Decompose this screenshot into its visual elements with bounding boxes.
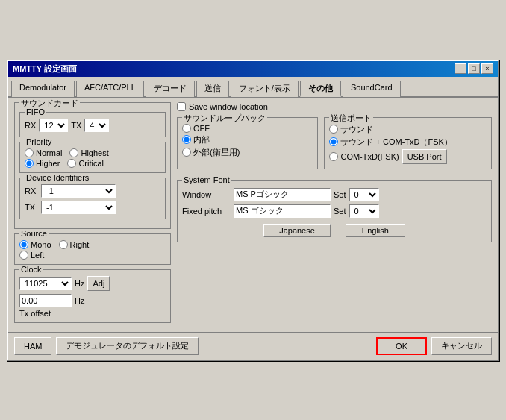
tx-sound-com-item[interactable]: サウンド + COM-TxD（FSK）	[329, 137, 452, 148]
source-right-label: Right	[70, 240, 90, 249]
tx-com-fsk-item[interactable]: COM-TxD(FSK)	[329, 152, 399, 161]
english-button[interactable]: English	[346, 224, 405, 237]
japanese-button[interactable]: Japanese	[263, 224, 331, 237]
fixed-set-select[interactable]: 012	[349, 204, 379, 218]
tx-offset-label: Tx offset	[19, 309, 166, 318]
window-set-select[interactable]: 012	[349, 188, 379, 201]
tab-demodulator[interactable]: Demodulator	[11, 81, 75, 97]
source-row2: Left	[19, 251, 166, 260]
tx-com-fsk-radio[interactable]	[329, 152, 338, 161]
priority-group: Priority Normal Highest	[19, 142, 166, 173]
window-font-row: Window Set 012	[182, 188, 487, 201]
tx-port-options: サウンド サウンド + COM-TxD（FSK） COM-TxD(FSK)	[329, 124, 487, 164]
sound-external-label: 外部(衛星用)	[193, 147, 240, 158]
sound-loop-options: OFF 内部 外部(衛星用)	[182, 124, 313, 158]
rx-label: RX	[25, 121, 36, 130]
device-rx-select[interactable]: -101	[41, 184, 116, 198]
priority-higher-label: Higher	[36, 159, 60, 168]
clock-row1: 110252205044100 Hz Adj	[19, 276, 166, 291]
tx-sound-radio[interactable]	[329, 125, 338, 134]
device-rx-label: RX	[25, 187, 38, 195]
right-column: Save window location サウンドループバック OFF 内部	[177, 102, 492, 327]
device-tx-label: TX	[25, 203, 38, 212]
priority-critical-radio[interactable]	[67, 159, 76, 168]
sound-off-label: OFF	[193, 124, 210, 133]
ham-button[interactable]: HAM	[14, 337, 51, 355]
priority-highest-label: Highest	[81, 148, 108, 157]
reset-button[interactable]: デモジュレータのデフォルト設定	[56, 337, 199, 355]
clock-offset-input[interactable]	[19, 294, 72, 307]
source-left-radio[interactable]	[19, 251, 28, 260]
device-tx-row: TX -101	[25, 201, 160, 214]
sound-loop-group: サウンドループバック OFF 内部 外部(衛星用)	[177, 117, 318, 169]
tab-font[interactable]: フォント/表示	[231, 81, 299, 97]
tab-afc[interactable]: AFC/ATC/PLL	[76, 81, 144, 97]
usb-port-button[interactable]: USB Port	[402, 149, 447, 164]
tab-decode[interactable]: デコード	[146, 81, 195, 97]
lang-buttons: Japanese English	[182, 224, 487, 237]
clock-label: Clock	[19, 265, 43, 274]
minimize-button[interactable]: _	[455, 63, 466, 74]
priority-label: Priority	[25, 137, 53, 146]
priority-higher-item[interactable]: Higher	[25, 159, 60, 168]
sound-loop-label: サウンドループバック	[182, 113, 267, 124]
priority-higher-radio[interactable]	[25, 159, 34, 168]
tx-sound-label: サウンド	[340, 124, 373, 135]
source-right-radio[interactable]	[59, 240, 68, 249]
tx-sound-com-radio[interactable]	[329, 137, 338, 146]
source-left-item[interactable]: Left	[19, 251, 44, 260]
tab-soundcard[interactable]: SoundCard	[343, 81, 401, 97]
tx-port-label: 送信ポート	[329, 113, 373, 124]
rx-select[interactable]: 128164	[39, 119, 68, 132]
priority-highest-radio[interactable]	[69, 148, 78, 157]
clock-hz-select[interactable]: 110252205044100	[19, 277, 72, 290]
priority-normal-label: Normal	[36, 148, 62, 157]
maximize-button[interactable]: □	[468, 63, 480, 74]
save-window-label: Save window location	[189, 102, 268, 111]
tx-select[interactable]: 4268	[84, 119, 109, 132]
tx-com-fsk-row: COM-TxD(FSK) USB Port	[329, 149, 487, 164]
right-groups: サウンドループバック OFF 内部 外部(衛星用)	[177, 117, 492, 174]
adj-button[interactable]: Adj	[87, 276, 110, 291]
ok-button[interactable]: OK	[376, 337, 427, 355]
device-label: Device Identifiers	[25, 173, 90, 182]
priority-critical-label: Critical	[78, 159, 104, 168]
priority-critical-item[interactable]: Critical	[67, 159, 104, 168]
fifo-group: FIFO RX 128164 TX 4268	[19, 112, 166, 137]
save-row: Save window location	[177, 102, 492, 111]
sound-off-radio[interactable]	[182, 124, 191, 133]
bottom-bar: HAM デモジュレータのデフォルト設定 OK キャンセル	[8, 332, 498, 360]
close-button[interactable]: ×	[481, 63, 493, 74]
save-window-checkbox[interactable]	[177, 102, 186, 111]
tx-sound-item[interactable]: サウンド	[329, 124, 487, 135]
main-window: MMTTY 設定画面 _ □ × Demodulator AFC/ATC/PLL…	[7, 60, 499, 361]
tab-other[interactable]: その他	[300, 81, 341, 97]
title-bar: MMTTY 設定画面 _ □ ×	[8, 61, 498, 77]
left-column: サウンドカード FIFO RX 128164 TX 4268	[14, 102, 171, 327]
priority-highest-item[interactable]: Highest	[69, 148, 108, 157]
priority-row1: Normal Highest	[25, 148, 160, 157]
window-font-input[interactable]	[234, 188, 331, 201]
tab-send[interactable]: 送信	[196, 81, 229, 97]
priority-normal-item[interactable]: Normal	[25, 148, 62, 157]
priority-normal-radio[interactable]	[25, 148, 34, 157]
fixed-font-input[interactable]	[234, 204, 331, 218]
clock-row2: Hz	[19, 294, 166, 307]
system-font-label: System Font	[182, 175, 231, 184]
source-left-label: Left	[31, 251, 44, 260]
sound-external-item[interactable]: 外部(衛星用)	[182, 147, 313, 158]
device-tx-select[interactable]: -101	[41, 201, 116, 214]
sound-internal-radio[interactable]	[182, 135, 191, 144]
cancel-button[interactable]: キャンセル	[431, 337, 492, 355]
bottom-right: OK キャンセル	[376, 337, 492, 355]
soundcard-group: サウンドカード FIFO RX 128164 TX 4268	[14, 102, 171, 229]
sound-external-radio[interactable]	[182, 148, 191, 157]
source-right-item[interactable]: Right	[59, 240, 90, 249]
sound-off-item[interactable]: OFF	[182, 124, 313, 133]
source-mono-item[interactable]: Mono	[19, 240, 51, 249]
source-mono-radio[interactable]	[19, 240, 28, 249]
sound-internal-item[interactable]: 内部	[182, 134, 313, 145]
source-mono-label: Mono	[31, 240, 51, 249]
clock-group: Clock 110252205044100 Hz Adj Hz Tx offse…	[14, 269, 171, 323]
tab-bar: Demodulator AFC/ATC/PLL デコード 送信 フォント/表示 …	[8, 77, 498, 98]
